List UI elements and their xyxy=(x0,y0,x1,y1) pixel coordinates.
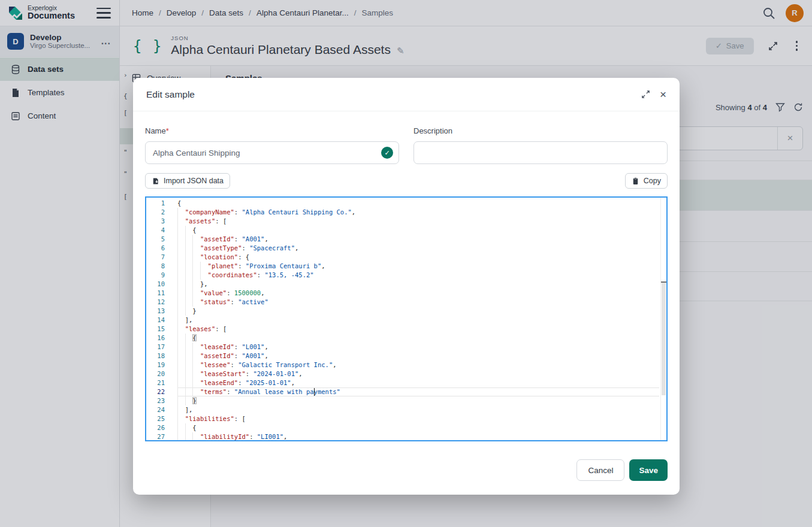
modal-close-icon[interactable]: × xyxy=(660,89,666,100)
line-number: 2 xyxy=(146,208,177,217)
line-number: 16 xyxy=(146,334,177,343)
line-number: 8 xyxy=(146,262,177,271)
code-line: "assetId": "A001", xyxy=(177,235,659,244)
code-line: { xyxy=(177,199,659,208)
modal-expand-icon[interactable] xyxy=(641,90,650,99)
line-number: 1 xyxy=(146,199,177,208)
line-number: 9 xyxy=(146,271,177,280)
code-line: "assets": [ xyxy=(177,217,659,226)
valid-check-icon: ✓ xyxy=(381,147,393,159)
description-input[interactable] xyxy=(413,141,668,164)
json-code-editor[interactable]: 1234567891011121314151617181920212223242… xyxy=(145,196,668,441)
line-number: 20 xyxy=(146,369,177,378)
modal-title: Edit sample xyxy=(146,89,195,100)
line-number: 13 xyxy=(146,307,177,316)
line-number: 15 xyxy=(146,325,177,334)
code-line: "companyName": "Alpha Centauri Shipping … xyxy=(177,208,659,217)
code-line: { xyxy=(177,334,659,343)
line-number: 10 xyxy=(146,280,177,289)
editor-code: { "companyName": "Alpha Centauri Shippin… xyxy=(177,199,659,441)
name-label: Name* xyxy=(145,127,399,135)
line-number: 22 xyxy=(146,387,177,396)
editor-line-numbers: 1234567891011121314151617181920212223242… xyxy=(146,199,177,441)
edit-sample-modal: Edit sample × Name* Description ✓ xyxy=(133,78,680,495)
code-line: }, xyxy=(177,280,659,289)
code-line: "liabilityId": "LI001", xyxy=(177,432,659,441)
code-line: "leaseEnd": "2025-01-01", xyxy=(177,378,659,387)
code-line: } xyxy=(177,307,659,316)
code-line: ], xyxy=(177,316,659,325)
modal-header: Edit sample × xyxy=(133,78,680,111)
line-number: 14 xyxy=(146,316,177,325)
code-line: "assetType": "Spacecraft", xyxy=(177,244,659,253)
line-number: 26 xyxy=(146,423,177,432)
import-json-button[interactable]: Import JSON data xyxy=(145,173,230,189)
code-line: "lessee": "Galactic Transport Inc.", xyxy=(177,361,659,369)
line-number: 4 xyxy=(146,226,177,235)
line-number: 25 xyxy=(146,414,177,423)
cancel-button[interactable]: Cancel xyxy=(576,459,624,481)
copy-icon xyxy=(632,177,639,185)
code-line: "terms": "Annual lease with payments" xyxy=(177,387,659,396)
code-line: "coordinates": "13.5, -45.2" xyxy=(177,271,659,280)
import-icon xyxy=(152,177,159,185)
code-line: "assetId": "A001", xyxy=(177,352,659,361)
code-line: "location": { xyxy=(177,253,659,262)
code-line: "leaseStart": "2024-01-01", xyxy=(177,369,659,378)
line-number: 6 xyxy=(146,244,177,253)
code-line: "value": 1500000, xyxy=(177,289,659,298)
line-number: 19 xyxy=(146,361,177,369)
save-button[interactable]: Save xyxy=(629,459,668,481)
code-line: } xyxy=(177,396,659,405)
required-asterisk: * xyxy=(166,126,169,135)
line-number: 7 xyxy=(146,253,177,262)
line-number: 23 xyxy=(146,396,177,405)
code-line: "liabilities": [ xyxy=(177,414,659,423)
line-number: 11 xyxy=(146,289,177,298)
name-input[interactable] xyxy=(145,141,399,164)
code-line: { xyxy=(177,423,659,432)
line-number: 21 xyxy=(146,378,177,387)
line-number: 17 xyxy=(146,343,177,352)
code-line: "status": "active" xyxy=(177,298,659,307)
line-number: 5 xyxy=(146,235,177,244)
code-line: "planet": "Proxima Centauri b", xyxy=(177,262,659,271)
code-line: "leases": [ xyxy=(177,325,659,334)
description-label: Description xyxy=(413,127,668,135)
line-number: 18 xyxy=(146,352,177,361)
line-number: 12 xyxy=(146,298,177,307)
line-number: 24 xyxy=(146,405,177,414)
editor-scrollbar[interactable] xyxy=(660,198,666,440)
text-cursor xyxy=(314,388,315,396)
line-number: 27 xyxy=(146,432,177,441)
code-line: ], xyxy=(177,405,659,414)
line-number: 3 xyxy=(146,217,177,226)
code-line: { xyxy=(177,226,659,235)
copy-button[interactable]: Copy xyxy=(625,173,668,189)
code-line: "leaseId": "L001", xyxy=(177,343,659,352)
